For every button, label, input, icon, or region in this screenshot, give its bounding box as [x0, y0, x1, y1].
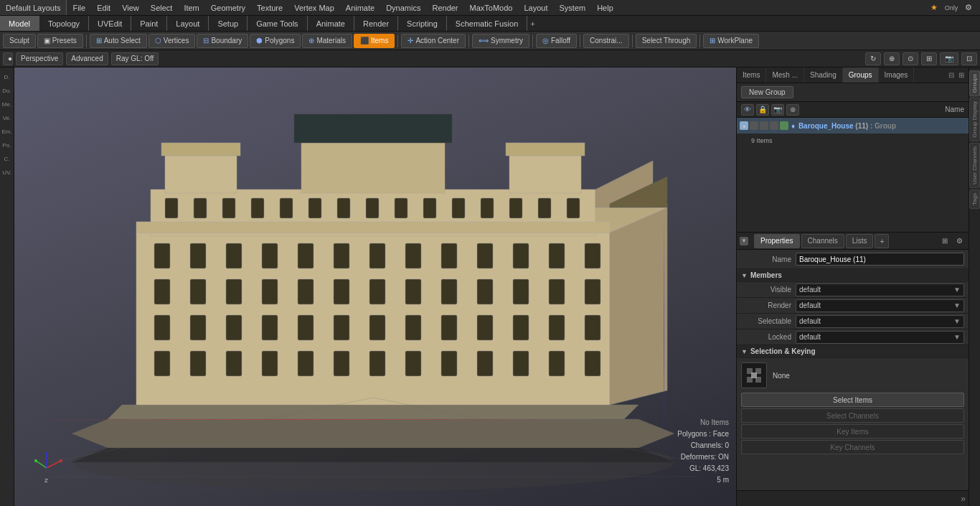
- visible-dropdown[interactable]: default ▼: [796, 284, 964, 296]
- vtab-tags[interactable]: Tags: [969, 189, 980, 209]
- presets-btn[interactable]: ▣ Presets: [37, 34, 83, 48]
- members-section-header[interactable]: ▼ Members: [737, 269, 969, 282]
- panel-tab-items[interactable]: Items: [737, 67, 766, 83]
- tab-render[interactable]: Render: [354, 16, 398, 31]
- constraints-btn[interactable]: Constrai...: [583, 34, 629, 48]
- tab-scripting[interactable]: Scripting: [398, 16, 447, 31]
- panel-tab-mesh[interactable]: Mesh ...: [766, 67, 804, 83]
- new-group-button[interactable]: New Group: [741, 86, 793, 98]
- prop-collapse-icon[interactable]: ▼: [740, 235, 751, 247]
- select-items-btn[interactable]: Select Items: [741, 393, 964, 407]
- sculpt-btn[interactable]: Sculpt: [3, 34, 36, 48]
- left-tool-3[interactable]: Me.: [1, 98, 14, 111]
- name-input[interactable]: [796, 253, 964, 266]
- tab-lists[interactable]: Lists: [846, 234, 874, 248]
- select-channels-btn[interactable]: Select Channels: [741, 408, 964, 423]
- items-btn[interactable]: ⬛ Items: [354, 34, 395, 48]
- menu-render[interactable]: Render: [426, 0, 463, 15]
- key-items-btn[interactable]: Key Items: [741, 424, 964, 439]
- locked-dropdown[interactable]: default ▼: [796, 331, 964, 344]
- group-render-icon[interactable]: 📷: [771, 104, 784, 116]
- group-lock-icon[interactable]: 🔒: [756, 104, 769, 116]
- action-center-btn[interactable]: ✛ Action Center: [401, 34, 466, 48]
- left-tool-2[interactable]: Du.: [1, 84, 14, 97]
- group-lock-status[interactable]: [750, 121, 758, 130]
- group-render-status[interactable]: [760, 121, 768, 130]
- left-tool-8[interactable]: UV.: [1, 166, 14, 179]
- symmetry-btn[interactable]: ⟺ Symmetry: [472, 34, 529, 48]
- left-tool-4[interactable]: Ve.: [1, 111, 14, 124]
- key-channels-btn[interactable]: Key Channels: [741, 440, 964, 454]
- left-tool-1[interactable]: D.: [1, 70, 14, 83]
- bottom-expand-btn[interactable]: »: [961, 494, 966, 504]
- falloff-btn[interactable]: ◎ Falloff: [536, 34, 577, 48]
- boundary-btn[interactable]: ⊟ Boundary: [197, 34, 248, 48]
- layout-selector[interactable]: Default Layouts: [0, 0, 67, 15]
- vp-rotate[interactable]: ↻: [865, 52, 881, 65]
- settings-icon[interactable]: ⚙: [961, 1, 976, 15]
- menu-maxtomodo[interactable]: MaxToModo: [464, 0, 519, 15]
- vp-advanced[interactable]: Advanced: [66, 52, 108, 65]
- sel-keying-header[interactable]: ▼ Selection & Keying: [737, 345, 969, 358]
- tab-gametools[interactable]: Game Tools: [248, 16, 308, 31]
- vtab-user-channels[interactable]: User Channels: [969, 143, 980, 188]
- prop-tab-add[interactable]: +: [875, 234, 889, 248]
- group-row-baroque[interactable]: ● ♦ Baroque_House (11) : Group: [737, 118, 969, 133]
- prop-expand-icon[interactable]: ⊞: [938, 235, 951, 248]
- vtab-groups[interactable]: Groups: [969, 70, 980, 96]
- auto-select-btn[interactable]: ⊞ Auto Select: [90, 34, 147, 48]
- render-dropdown[interactable]: default ▼: [796, 299, 964, 312]
- tab-properties[interactable]: Properties: [754, 234, 800, 248]
- workplane-btn[interactable]: ⊞ WorkPlane: [703, 34, 759, 48]
- select-through-btn[interactable]: Select Through: [636, 34, 697, 48]
- polygons-btn[interactable]: ⬢ Polygons: [250, 34, 301, 48]
- menu-geometry[interactable]: Geometry: [205, 0, 251, 15]
- group-key-status[interactable]: [780, 121, 788, 130]
- panel-tab-images[interactable]: Images: [879, 67, 915, 83]
- left-tool-5[interactable]: Em.: [1, 125, 14, 138]
- vp-dot[interactable]: ●: [3, 52, 13, 65]
- group-select-status[interactable]: [770, 121, 778, 130]
- menu-layout[interactable]: Layout: [518, 0, 553, 15]
- menu-animate[interactable]: Animate: [340, 0, 380, 15]
- tab-paint[interactable]: Paint: [131, 16, 167, 31]
- tab-uvedit[interactable]: UVEdit: [89, 16, 131, 31]
- panel-minimize[interactable]: ⊟: [947, 71, 956, 79]
- menu-help[interactable]: Help: [591, 0, 619, 15]
- vp-expand[interactable]: ⊡: [961, 52, 977, 65]
- prop-settings-icon[interactable]: ⚙: [953, 235, 966, 248]
- left-tool-7[interactable]: C.: [1, 152, 14, 165]
- materials-btn[interactable]: ⊕ Materials: [302, 34, 352, 48]
- group-select-icon[interactable]: ⊕: [786, 104, 799, 116]
- group-eye-icon[interactable]: 👁: [741, 104, 754, 116]
- menu-dynamics[interactable]: Dynamics: [380, 0, 426, 15]
- vp-zoom[interactable]: ⊕: [884, 52, 900, 65]
- selectable-dropdown[interactable]: default ▼: [796, 315, 964, 328]
- menu-file[interactable]: File: [67, 0, 91, 15]
- menu-vertexmap[interactable]: Vertex Map: [288, 0, 340, 15]
- vp-camera[interactable]: 📷: [940, 52, 958, 65]
- tab-layout[interactable]: Layout: [167, 16, 209, 31]
- left-tool-6[interactable]: Po.: [1, 139, 14, 151]
- tab-topology[interactable]: Topology: [39, 16, 89, 31]
- vtab-group-display[interactable]: Group Display: [969, 98, 980, 141]
- menu-texture[interactable]: Texture: [251, 0, 288, 15]
- tab-channels[interactable]: Channels: [801, 234, 844, 248]
- star-icon[interactable]: ★: [927, 1, 941, 15]
- vp-raygl[interactable]: Ray GL: Off: [111, 52, 159, 65]
- viewport[interactable]: No Items Polygons : Face Channels: 0 Def…: [14, 67, 736, 506]
- panel-tab-shading[interactable]: Shading: [804, 67, 843, 83]
- menu-item[interactable]: Item: [178, 0, 204, 15]
- menu-edit[interactable]: Edit: [91, 0, 116, 15]
- vp-pan[interactable]: ⊙: [903, 52, 918, 65]
- panel-expand[interactable]: ⊞: [957, 71, 966, 79]
- vp-perspective[interactable]: Perspective: [16, 52, 63, 65]
- group-visibility-icon[interactable]: ●: [740, 121, 748, 130]
- groups-list[interactable]: ● ♦ Baroque_House (11) : Group: [737, 118, 969, 233]
- add-tab-btn[interactable]: +: [530, 16, 534, 31]
- menu-select[interactable]: Select: [145, 0, 179, 15]
- menu-system[interactable]: System: [553, 0, 591, 15]
- panel-tab-groups[interactable]: Groups: [843, 67, 879, 83]
- tab-setup[interactable]: Setup: [209, 16, 248, 31]
- tab-schematic[interactable]: Schematic Fusion: [447, 16, 527, 31]
